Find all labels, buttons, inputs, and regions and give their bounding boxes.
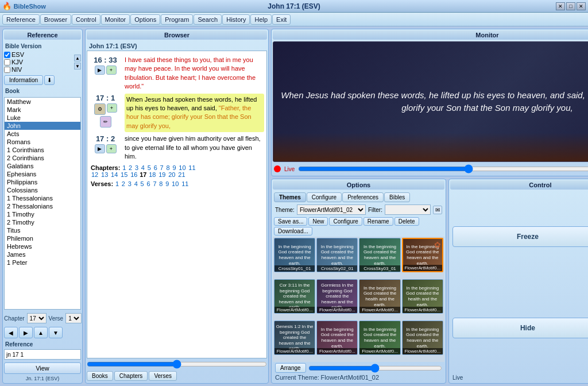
esv-checkbox[interactable]: ESV <box>4 51 73 58</box>
preview-slider[interactable] <box>298 164 588 173</box>
tab-preferences[interactable]: Preferences <box>342 192 384 202</box>
v-10[interactable]: 10 <box>172 180 179 187</box>
v-1[interactable]: 1 <box>115 180 119 187</box>
ch-18[interactable]: 18 <box>149 171 156 178</box>
tab-bibles[interactable]: Bibles <box>384 192 410 202</box>
book-matthew[interactable]: Matthew <box>5 98 80 106</box>
ch-16[interactable]: 16 <box>130 171 137 178</box>
thumb-flower01[interactable]: ✿ In the beginning God created the heave… <box>402 238 443 272</box>
v-5[interactable]: 5 <box>141 180 144 187</box>
v-8[interactable]: 8 <box>159 180 163 187</box>
book-2timothy[interactable]: 2 Timothy <box>5 218 80 226</box>
tab-verses[interactable]: Verses <box>149 371 177 381</box>
delete-theme-btn[interactable]: Delete <box>394 217 419 226</box>
thumb-flower04[interactable]: In the beginning God created the health … <box>359 279 400 314</box>
book-hebrews[interactable]: Hebrews <box>5 242 80 250</box>
menu-control[interactable]: Control <box>72 14 100 25</box>
verse-play-1633[interactable]: ▶ <box>95 65 105 75</box>
ch-6[interactable]: 6 <box>154 164 157 171</box>
tab-themes[interactable]: Themes <box>274 192 306 202</box>
chapter-select[interactable]: 17 <box>27 313 47 323</box>
book-philippians[interactable]: Philippians <box>5 178 80 186</box>
tab-configure[interactable]: Configure <box>307 192 342 202</box>
next-chapter-btn[interactable]: ▶ <box>19 327 33 338</box>
version-scroll-up[interactable]: ▲ <box>74 55 81 61</box>
menu-exit[interactable]: Exit <box>272 14 291 25</box>
book-romans[interactable]: Romans <box>5 138 80 146</box>
browser-scroll[interactable] <box>87 360 267 369</box>
ch-21[interactable]: 21 <box>178 171 185 178</box>
ch-10[interactable]: 10 <box>179 164 185 171</box>
book-mark[interactable]: Mark <box>5 106 80 114</box>
tab-books[interactable]: Books <box>87 371 113 381</box>
book-ephesians[interactable]: Ephesians <box>5 170 80 178</box>
book-1corinthians[interactable]: 1 Corinthians <box>5 146 80 154</box>
book-2corinthians[interactable]: 2 Corinthians <box>5 154 80 162</box>
menu-history[interactable]: History <box>222 14 250 25</box>
v-9[interactable]: 9 <box>165 180 169 187</box>
prev-verse-btn[interactable]: ▲ <box>34 327 48 338</box>
hide-button[interactable]: Hide <box>452 318 588 338</box>
book-1peter[interactable]: 1 Peter <box>5 258 80 267</box>
information-button[interactable]: Information <box>4 75 43 85</box>
verse-select[interactable]: 1 <box>65 313 82 323</box>
thumb-crosssky01[interactable]: In the beginning God created the heaven … <box>274 238 315 272</box>
thumb-flower05[interactable]: In the beginning God created the health … <box>402 279 443 314</box>
new-theme-btn[interactable]: New <box>308 217 328 226</box>
book-acts[interactable]: Acts <box>5 130 80 138</box>
rename-theme-btn[interactable]: Rename <box>363 217 393 226</box>
book-list[interactable]: Matthew Mark Luke John Acts Romans 1 Cor… <box>4 97 81 310</box>
book-titus[interactable]: Titus <box>5 226 80 234</box>
view-button[interactable]: View <box>4 362 81 374</box>
menu-monitor[interactable]: Monitor <box>101 14 130 25</box>
menu-browser[interactable]: Browser <box>40 14 71 25</box>
v-7[interactable]: 7 <box>153 180 156 187</box>
kjv-checkbox[interactable]: KJV <box>4 59 73 65</box>
v-11[interactable]: 11 <box>181 180 188 187</box>
v-3[interactable]: 3 <box>128 180 131 187</box>
book-luke[interactable]: Luke <box>5 114 80 122</box>
menu-options[interactable]: Options <box>130 14 160 25</box>
verse-add-172[interactable]: + <box>106 144 117 153</box>
thumb-crosssky03[interactable]: In the beginning God created the heaven … <box>359 238 400 272</box>
configure-theme-btn[interactable]: Configure <box>329 217 362 226</box>
menu-search[interactable]: Search <box>194 14 222 25</box>
v-4[interactable]: 4 <box>134 180 138 187</box>
book-1timothy[interactable]: 1 Timothy <box>5 210 80 218</box>
ch-11[interactable]: 11 <box>188 164 195 171</box>
thumb-flower02[interactable]: Cor 3:11 In the beginning God created th… <box>274 279 315 314</box>
version-scroll-down[interactable]: ▼ <box>74 63 81 70</box>
thumb-flower09[interactable]: In the beginning God created the heaven … <box>402 321 443 355</box>
ch-19[interactable]: 19 <box>158 171 165 178</box>
book-2thessalonians[interactable]: 2 Thessalonians <box>5 202 80 210</box>
v-2[interactable]: 2 <box>122 180 125 187</box>
ch-17-current[interactable]: 17 <box>140 171 146 178</box>
niv-checkbox[interactable]: NIV <box>4 66 73 73</box>
book-1thessalonians[interactable]: 1 Thessalonians <box>5 194 80 202</box>
ch-7[interactable]: 7 <box>160 164 164 171</box>
ch-13[interactable]: 13 <box>101 171 108 178</box>
minimize-btn[interactable]: ✕ <box>556 2 565 10</box>
arrange-button[interactable]: Arrange <box>275 363 306 373</box>
download-button[interactable]: ⬇ <box>44 75 55 85</box>
thumb-crosssky02[interactable]: In the beginning God created the heaven … <box>316 238 358 272</box>
prev-chapter-btn[interactable]: ◀ <box>4 327 18 338</box>
menu-program[interactable]: Program <box>161 14 193 25</box>
book-james[interactable]: James <box>5 250 80 258</box>
ch-14[interactable]: 14 <box>111 171 118 178</box>
verse-gear-171[interactable]: ⚙ <box>94 103 106 115</box>
freeze-button[interactable]: Freeze <box>452 226 588 247</box>
verse-add-171[interactable]: + <box>107 103 117 113</box>
next-verse-btn[interactable]: ▼ <box>49 327 63 338</box>
book-galatians[interactable]: Galatians <box>5 162 80 170</box>
arrange-slider[interactable] <box>308 364 442 373</box>
verse-add-1633[interactable]: + <box>106 65 117 75</box>
maximize-btn[interactable]: □ <box>566 2 575 10</box>
download-theme-btn[interactable]: Download... <box>274 227 312 236</box>
theme-select[interactable]: FlowerArtMotif01_02 <box>297 204 366 215</box>
v-6[interactable]: 6 <box>146 180 150 187</box>
ch-1[interactable]: 1 <box>122 164 126 171</box>
filter-select[interactable] <box>385 204 431 215</box>
ch-2[interactable]: 2 <box>129 164 132 171</box>
close-btn[interactable]: ✕ <box>577 2 586 10</box>
